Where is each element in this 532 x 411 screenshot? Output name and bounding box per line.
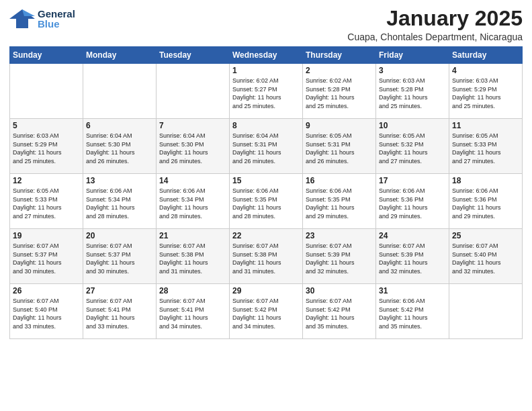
table-row: 3Sunrise: 6:03 AMSunset: 5:28 PMDaylight… [376,64,449,119]
svg-marker-0 [9,9,35,28]
table-row: 17Sunrise: 6:06 AMSunset: 5:36 PMDayligh… [376,174,449,229]
day-info: Sunrise: 6:06 AMSunset: 5:34 PMDaylight:… [86,187,153,220]
day-info: Sunrise: 6:07 AMSunset: 5:38 PMDaylight:… [232,242,300,275]
header-wednesday: Wednesday [230,47,303,64]
day-info: Sunrise: 6:05 AMSunset: 5:31 PMDaylight:… [306,132,373,165]
calendar-week-2: 5Sunrise: 6:03 AMSunset: 5:29 PMDaylight… [10,119,523,174]
svg-marker-1 [22,9,35,16]
table-row: 6Sunrise: 6:04 AMSunset: 5:30 PMDaylight… [83,119,157,174]
day-info: Sunrise: 6:07 AMSunset: 5:37 PMDaylight:… [13,242,80,275]
table-row: 11Sunrise: 6:05 AMSunset: 5:33 PMDayligh… [449,119,523,174]
logo-blue: Blue [38,19,75,29]
calendar-header-row: Sunday Monday Tuesday Wednesday Thursday… [10,47,523,64]
table-row: 13Sunrise: 6:06 AMSunset: 5:34 PMDayligh… [83,174,157,229]
day-number: 3 [379,66,446,75]
day-number: 11 [452,121,519,130]
logo: General Blue [9,7,75,31]
day-info: Sunrise: 6:06 AMSunset: 5:42 PMDaylight:… [379,297,446,330]
day-info: Sunrise: 6:06 AMSunset: 5:36 PMDaylight:… [452,187,519,220]
calendar-week-3: 12Sunrise: 6:05 AMSunset: 5:33 PMDayligh… [10,174,523,229]
day-info: Sunrise: 6:07 AMSunset: 5:37 PMDaylight:… [86,242,153,275]
header-monday: Monday [83,47,157,64]
day-info: Sunrise: 6:07 AMSunset: 5:39 PMDaylight:… [306,242,373,275]
day-info: Sunrise: 6:06 AMSunset: 5:34 PMDaylight:… [159,187,226,220]
day-number: 13 [86,176,153,185]
day-info: Sunrise: 6:07 AMSunset: 5:42 PMDaylight:… [306,297,373,330]
header-sunday: Sunday [10,47,83,64]
table-row: 25Sunrise: 6:07 AMSunset: 5:40 PMDayligh… [449,229,523,284]
subtitle: Cuapa, Chontales Department, Nicaragua [347,32,523,42]
day-number: 15 [232,176,300,185]
day-number: 17 [379,176,446,185]
table-row: 7Sunrise: 6:04 AMSunset: 5:30 PMDaylight… [157,119,230,174]
day-number: 25 [452,231,519,240]
table-row: 10Sunrise: 6:05 AMSunset: 5:32 PMDayligh… [376,119,449,174]
day-info: Sunrise: 6:06 AMSunset: 5:35 PMDaylight:… [306,187,373,220]
day-number: 19 [13,231,80,240]
day-info: Sunrise: 6:07 AMSunset: 5:40 PMDaylight:… [13,297,80,330]
table-row: 15Sunrise: 6:06 AMSunset: 5:35 PMDayligh… [230,174,303,229]
table-row: 5Sunrise: 6:03 AMSunset: 5:29 PMDaylight… [10,119,83,174]
header-friday: Friday [376,47,449,64]
table-row: 29Sunrise: 6:07 AMSunset: 5:42 PMDayligh… [230,284,303,339]
day-number: 28 [159,286,226,295]
table-row: 2Sunrise: 6:02 AMSunset: 5:28 PMDaylight… [303,64,376,119]
day-info: Sunrise: 6:05 AMSunset: 5:33 PMDaylight:… [452,132,519,165]
day-number: 7 [159,121,226,130]
day-number: 29 [232,286,300,295]
day-info: Sunrise: 6:05 AMSunset: 5:33 PMDaylight:… [13,187,80,220]
day-info: Sunrise: 6:05 AMSunset: 5:32 PMDaylight:… [379,132,446,165]
day-info: Sunrise: 6:02 AMSunset: 5:28 PMDaylight:… [306,77,373,110]
table-row: 21Sunrise: 6:07 AMSunset: 5:38 PMDayligh… [157,229,230,284]
calendar-week-5: 26Sunrise: 6:07 AMSunset: 5:40 PMDayligh… [10,284,523,339]
day-number: 21 [159,231,226,240]
day-info: Sunrise: 6:04 AMSunset: 5:31 PMDaylight:… [232,132,300,165]
calendar-week-1: 1Sunrise: 6:02 AMSunset: 5:27 PMDaylight… [10,64,523,119]
table-row: 12Sunrise: 6:05 AMSunset: 5:33 PMDayligh… [10,174,83,229]
day-info: Sunrise: 6:07 AMSunset: 5:40 PMDaylight:… [452,242,519,275]
day-number: 26 [13,286,80,295]
day-number: 24 [379,231,446,240]
table-row [10,64,83,119]
day-info: Sunrise: 6:07 AMSunset: 5:38 PMDaylight:… [159,242,226,275]
day-info: Sunrise: 6:07 AMSunset: 5:39 PMDaylight:… [379,242,446,275]
table-row: 23Sunrise: 6:07 AMSunset: 5:39 PMDayligh… [303,229,376,284]
table-row [449,284,523,339]
day-info: Sunrise: 6:07 AMSunset: 5:41 PMDaylight:… [159,297,226,330]
day-number: 18 [452,176,519,185]
day-info: Sunrise: 6:03 AMSunset: 5:29 PMDaylight:… [452,77,519,110]
table-row: 14Sunrise: 6:06 AMSunset: 5:34 PMDayligh… [157,174,230,229]
table-row: 31Sunrise: 6:06 AMSunset: 5:42 PMDayligh… [376,284,449,339]
table-row: 30Sunrise: 6:07 AMSunset: 5:42 PMDayligh… [303,284,376,339]
calendar-table: Sunday Monday Tuesday Wednesday Thursday… [9,46,523,339]
table-row: 8Sunrise: 6:04 AMSunset: 5:31 PMDaylight… [230,119,303,174]
logo-bird-icon [9,7,35,31]
day-number: 14 [159,176,226,185]
table-row: 24Sunrise: 6:07 AMSunset: 5:39 PMDayligh… [376,229,449,284]
day-number: 31 [379,286,446,295]
day-info: Sunrise: 6:06 AMSunset: 5:35 PMDaylight:… [232,187,300,220]
day-number: 8 [232,121,300,130]
day-number: 20 [86,231,153,240]
day-info: Sunrise: 6:07 AMSunset: 5:42 PMDaylight:… [232,297,300,330]
day-number: 9 [306,121,373,130]
table-row: 1Sunrise: 6:02 AMSunset: 5:27 PMDaylight… [230,64,303,119]
header-saturday: Saturday [449,47,523,64]
day-info: Sunrise: 6:07 AMSunset: 5:41 PMDaylight:… [86,297,153,330]
header-thursday: Thursday [303,47,376,64]
table-row: 22Sunrise: 6:07 AMSunset: 5:38 PMDayligh… [230,229,303,284]
header-tuesday: Tuesday [157,47,230,64]
day-number: 16 [306,176,373,185]
logo-general: General [38,9,75,19]
table-row: 18Sunrise: 6:06 AMSunset: 5:36 PMDayligh… [449,174,523,229]
table-row [157,64,230,119]
table-row: 4Sunrise: 6:03 AMSunset: 5:29 PMDaylight… [449,64,523,119]
day-info: Sunrise: 6:04 AMSunset: 5:30 PMDaylight:… [159,132,226,165]
table-row: 16Sunrise: 6:06 AMSunset: 5:35 PMDayligh… [303,174,376,229]
title-section: January 2025 Cuapa, Chontales Department… [347,7,523,42]
table-row: 9Sunrise: 6:05 AMSunset: 5:31 PMDaylight… [303,119,376,174]
day-number: 2 [306,66,373,75]
day-number: 5 [13,121,80,130]
day-info: Sunrise: 6:03 AMSunset: 5:29 PMDaylight:… [13,132,80,165]
day-number: 22 [232,231,300,240]
